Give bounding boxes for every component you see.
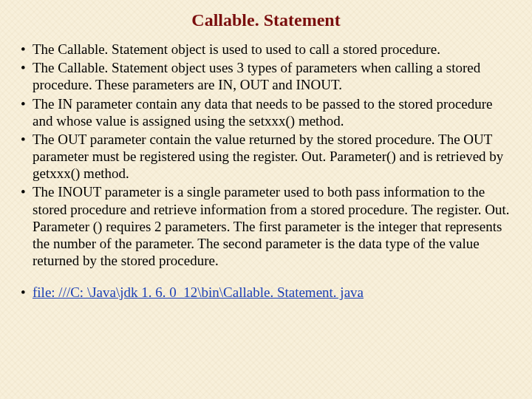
spacer — [13, 270, 519, 284]
list-item: The INOUT parameter is a single paramete… — [19, 183, 514, 269]
list-item: The Callable. Statement object uses 3 ty… — [19, 59, 514, 93]
bullet-text: The Callable. Statement object uses 3 ty… — [33, 60, 480, 92]
list-item: file: ///C: \Java\jdk 1. 6. 0_12\bin\Cal… — [19, 284, 514, 301]
list-item: The IN parameter contain any data that n… — [19, 95, 514, 129]
bullet-text: The OUT parameter contain the value retu… — [33, 132, 503, 181]
link-list: file: ///C: \Java\jdk 1. 6. 0_12\bin\Cal… — [13, 284, 519, 301]
list-item: The Callable. Statement object is used t… — [19, 41, 514, 58]
bullet-text: The IN parameter contain any data that n… — [33, 96, 493, 129]
slide: Callable. Statement The Callable. Statem… — [0, 0, 532, 399]
bullet-text: The Callable. Statement object is used t… — [33, 41, 440, 57]
slide-title: Callable. Statement — [13, 10, 519, 30]
list-item: The OUT parameter contain the value retu… — [19, 131, 514, 183]
bullet-list: The Callable. Statement object is used t… — [13, 41, 519, 269]
file-link[interactable]: file: ///C: \Java\jdk 1. 6. 0_12\bin\Cal… — [33, 284, 364, 300]
bullet-text: The INOUT parameter is a single paramete… — [33, 184, 509, 268]
